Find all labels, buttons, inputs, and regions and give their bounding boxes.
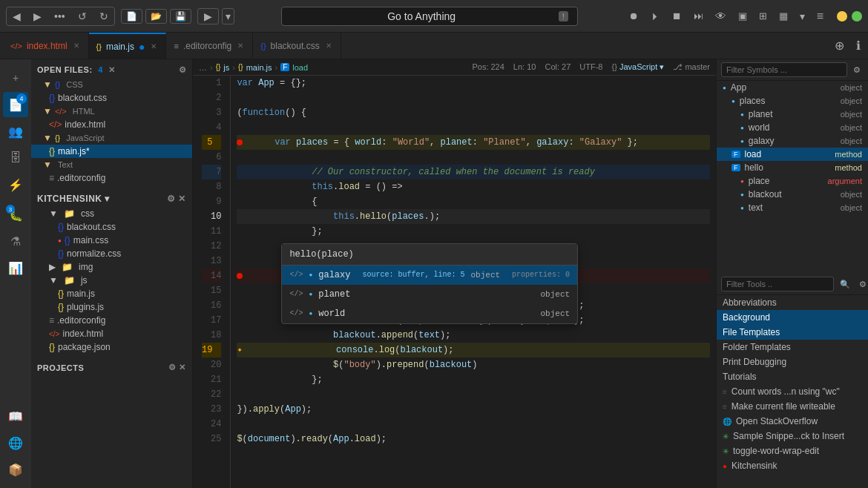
autocomplete-item-galaxy[interactable]: </> ● galaxy source: buffer, line: 5 obj… bbox=[282, 266, 577, 285]
tree-file-editorconfig[interactable]: ≡ .editorconfig bbox=[31, 314, 192, 327]
tool-tutorials[interactable]: Tutorials bbox=[717, 369, 868, 384]
tree-file-main-js[interactable]: {} main.js bbox=[31, 287, 192, 300]
new-tab-button[interactable]: ⊕ bbox=[830, 36, 849, 56]
tools-settings-button[interactable]: ⚙ bbox=[856, 278, 868, 291]
tool-folder-templates[interactable]: Folder Templates bbox=[717, 340, 868, 355]
tree-item-blackout-css-open[interactable]: {} blackout.css bbox=[31, 91, 192, 105]
project-header[interactable]: kitchensink ▾ ⚙ ✕ bbox=[31, 191, 192, 207]
sidebar-globe-button[interactable]: 🌐 bbox=[3, 430, 28, 455]
syntax-selector[interactable]: {} JavaScript ▾ bbox=[611, 62, 664, 72]
layout3-button[interactable]: ▦ bbox=[775, 7, 792, 24]
run-more-button[interactable]: ▾ bbox=[222, 8, 234, 24]
tree-file-normalize-css[interactable]: {} normalize.css bbox=[31, 247, 192, 260]
project-settings-icon[interactable]: ⚙ ✕ bbox=[167, 194, 186, 204]
tool-sample-snippet[interactable]: ✳ Sample Snippe...ck to Insert bbox=[717, 429, 868, 444]
layout-more-button[interactable]: ▾ bbox=[795, 7, 809, 25]
tree-file-plugins-js[interactable]: {} plugins.js bbox=[31, 300, 192, 314]
symbol-blackout[interactable]: ● blackout object bbox=[717, 188, 868, 201]
layout2-button[interactable]: ⊞ bbox=[754, 7, 772, 24]
nav-back-button[interactable]: ◀ bbox=[7, 7, 27, 25]
tab-index-html[interactable]: </> index.html ✕ bbox=[3, 33, 89, 59]
autocomplete-item-planet[interactable]: </> ● planet object bbox=[282, 285, 577, 304]
projects-footer-header[interactable]: Projects ⚙ ✕ bbox=[31, 360, 192, 375]
symbol-world[interactable]: ● world object bbox=[717, 121, 868, 134]
tab-main-js[interactable]: {} main.js ● ✕ bbox=[89, 33, 167, 59]
nav-redo-button[interactable]: ↻ bbox=[93, 7, 114, 25]
run-button[interactable]: ▶ bbox=[197, 8, 219, 24]
tree-file-main-css[interactable]: ● {} main.css bbox=[31, 234, 192, 247]
symbol-App[interactable]: ● App object bbox=[717, 81, 868, 94]
sidebar-lightning-button[interactable]: ⚡ bbox=[3, 172, 28, 197]
breadcrumb-main-js[interactable]: main.js bbox=[246, 63, 272, 72]
symbol-hello[interactable]: F hello method bbox=[717, 161, 868, 174]
cursor-button[interactable]: ⏭ bbox=[689, 7, 708, 24]
sidebar-box-button[interactable]: 📦 bbox=[3, 457, 28, 482]
tool-stackoverflow[interactable]: 🌐 Open StackOverflow bbox=[717, 414, 868, 429]
tree-group-text[interactable]: ▼ Text bbox=[31, 158, 192, 171]
nav-history-button[interactable]: ••• bbox=[48, 7, 71, 25]
tree-folder-js[interactable]: ▼ 📁 js bbox=[31, 274, 192, 287]
tool-make-writeable[interactable]: ≡ Make current file writeable bbox=[717, 399, 868, 414]
record-button[interactable]: ⏺ bbox=[625, 7, 643, 24]
symbols-settings-button[interactable]: ⚙ bbox=[850, 64, 864, 76]
branch-display[interactable]: ⎇ master bbox=[673, 62, 710, 72]
layout1-button[interactable]: ▣ bbox=[734, 7, 752, 24]
stop-button[interactable]: ⏹ bbox=[668, 7, 686, 24]
tab-editorconfig-close[interactable]: ✕ bbox=[236, 41, 245, 50]
symbol-load[interactable]: F load method bbox=[717, 148, 868, 161]
sidebar-book-button[interactable]: 📖 bbox=[3, 403, 28, 429]
tab-index-html-close[interactable]: ✕ bbox=[72, 41, 81, 50]
menu-button[interactable]: ≡ bbox=[812, 7, 828, 26]
tree-group-html[interactable]: ▼ </> HTML bbox=[31, 105, 192, 118]
open-files-header[interactable]: Open Files: 4 ✕ ⚙ bbox=[31, 62, 192, 78]
tool-kitchensink[interactable]: ● Kitchensink bbox=[717, 458, 868, 473]
tree-file-package-json[interactable]: {} package.json bbox=[31, 340, 192, 354]
tree-file-blackout-css[interactable]: {} blackout.css bbox=[31, 220, 192, 234]
autocomplete-item-world[interactable]: </> ● world object bbox=[282, 304, 577, 323]
symbols-filter-input[interactable] bbox=[721, 62, 847, 77]
eye-button[interactable]: 👁 bbox=[711, 7, 731, 25]
sidebar-db-button[interactable]: 🗄 bbox=[3, 145, 28, 171]
open-files-settings-icon[interactable]: ⚙ bbox=[179, 65, 187, 75]
sidebar-new-file-button[interactable]: + bbox=[3, 65, 28, 90]
tab-settings-button[interactable]: ℹ bbox=[852, 36, 865, 56]
symbol-galaxy[interactable]: ● galaxy object bbox=[717, 134, 868, 148]
maximize-button[interactable] bbox=[852, 11, 862, 22]
projects-footer-settings[interactable]: ⚙ ✕ bbox=[168, 363, 186, 372]
tree-item-editorconfig-open[interactable]: ≡ .editorconfig bbox=[31, 171, 192, 185]
code-content[interactable]: var App = {}; (function() { var places =… bbox=[231, 76, 716, 488]
sidebar-flask-button[interactable]: ⚗ bbox=[3, 228, 28, 254]
tool-abbreviations[interactable]: Abbreviations bbox=[717, 295, 868, 310]
symbol-text[interactable]: ● text object bbox=[717, 201, 868, 214]
breadcrumb-js[interactable]: js bbox=[223, 63, 229, 72]
tab-main-js-close[interactable]: ✕ bbox=[149, 42, 158, 51]
tab-blackout-css[interactable]: {} blackout.css ✕ bbox=[253, 33, 341, 59]
breadcrumb-load[interactable]: load bbox=[292, 63, 308, 72]
save-button[interactable]: 💾 bbox=[170, 9, 191, 24]
tab-editorconfig[interactable]: ≡ .editorconfig ✕ bbox=[166, 33, 253, 59]
symbol-place[interactable]: ● place argument bbox=[717, 174, 868, 188]
tool-toggle-word-wrap[interactable]: ✳ toggle-word-wrap-edit bbox=[717, 444, 868, 458]
tool-file-templates[interactable]: File Templates bbox=[717, 325, 868, 340]
tools-filter-input[interactable] bbox=[721, 277, 834, 291]
tree-item-index-html-open[interactable]: </> index.html bbox=[31, 118, 192, 131]
tab-blackout-css-close[interactable]: ✕ bbox=[324, 41, 333, 50]
play-button[interactable]: ⏵ bbox=[646, 7, 665, 24]
tool-print-debugging[interactable]: Print Debugging bbox=[717, 355, 868, 369]
symbol-places[interactable]: ● places object bbox=[717, 94, 868, 108]
tree-item-main-js-open[interactable]: {} main.js* bbox=[31, 145, 192, 158]
goto-input-wrap[interactable]: Go to Anything ! bbox=[281, 7, 578, 26]
sidebar-people-button[interactable]: 👥 bbox=[3, 119, 28, 144]
open-folder-button[interactable]: 📂 bbox=[145, 9, 167, 24]
tool-count-words[interactable]: ≡ Count words ...n using "wc" bbox=[717, 384, 868, 399]
symbol-planet[interactable]: ● planet object bbox=[717, 108, 868, 121]
tree-folder-css[interactable]: ▼ 📁 css bbox=[31, 207, 192, 220]
new-file-button[interactable]: 📄 bbox=[121, 9, 142, 24]
sidebar-files-button[interactable]: 📄 4 bbox=[3, 92, 28, 117]
tree-file-index-html[interactable]: </> index.html bbox=[31, 327, 192, 340]
tools-search-button[interactable]: 🔍 bbox=[837, 278, 853, 291]
minimize-button[interactable] bbox=[837, 11, 847, 22]
tree-group-css[interactable]: ▼ {} CSS bbox=[31, 78, 192, 91]
sidebar-chart-button[interactable]: 📊 bbox=[3, 255, 28, 280]
tree-folder-img[interactable]: ▶ 📁 img bbox=[31, 260, 192, 274]
